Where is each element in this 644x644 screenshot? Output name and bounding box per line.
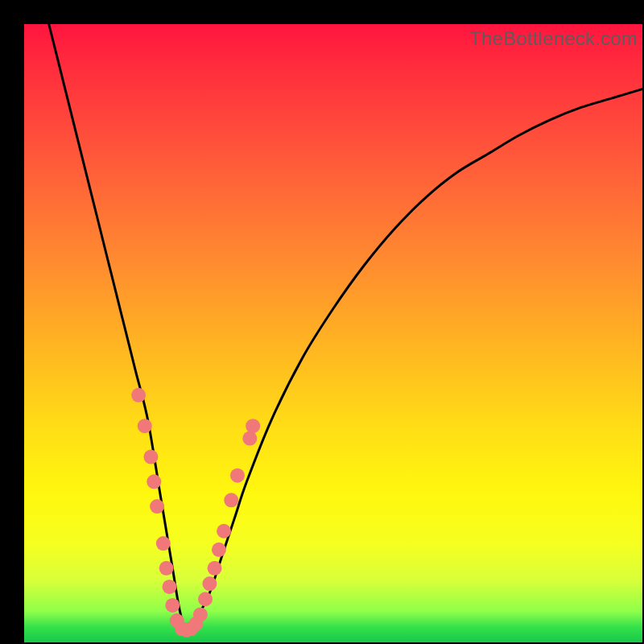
marker-cluster (131, 388, 260, 638)
curve-marker (230, 469, 245, 483)
bottleneck-curve (49, 24, 642, 633)
curve-marker (150, 499, 164, 514)
chart-frame: TheBottleneck.com (0, 0, 644, 644)
curve-marker (217, 524, 231, 539)
curve-marker (162, 580, 176, 594)
curve-marker (131, 388, 146, 402)
curve-marker (224, 493, 238, 507)
curve-marker (242, 431, 257, 446)
plot-area: TheBottleneck.com (24, 24, 642, 642)
curve-marker (147, 474, 161, 489)
curve-marker (193, 607, 208, 621)
curve-marker (202, 576, 217, 591)
curve-marker (246, 419, 260, 433)
curve-marker (208, 561, 222, 576)
curve-marker (198, 592, 213, 606)
bottleneck-curve-path (49, 24, 642, 633)
curve-marker (156, 536, 171, 551)
curve-marker (212, 543, 226, 557)
curve-marker (143, 450, 158, 464)
curve-marker (165, 598, 180, 613)
curve-marker (138, 419, 152, 433)
curve-marker (159, 561, 174, 576)
curve-svg (24, 24, 642, 642)
